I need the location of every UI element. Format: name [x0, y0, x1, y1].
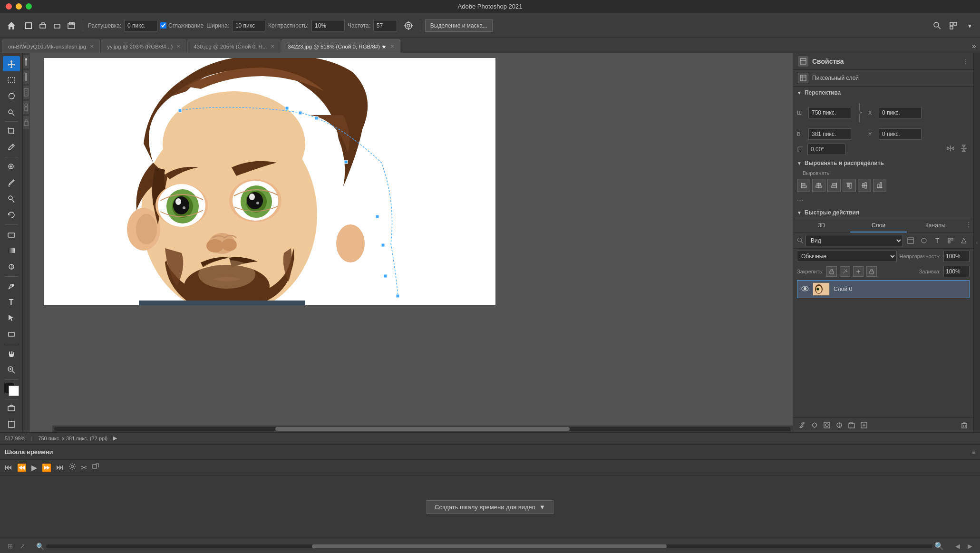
flip-v-button[interactable]: [958, 145, 970, 154]
tab-0[interactable]: on-BfWDyQ10uMk-unsplash.jpg ✕: [2, 39, 100, 53]
shape-tool[interactable]: [3, 327, 20, 342]
timeline-prev-frame[interactable]: ⏪: [17, 463, 27, 472]
lock-transparent-btn[interactable]: [826, 266, 837, 277]
dodge-burn-tool[interactable]: [3, 259, 20, 274]
scrollbar-thumb-h[interactable]: [275, 427, 570, 431]
layers-filter-btn-4[interactable]: [945, 235, 956, 246]
tab-1-close[interactable]: ✕: [176, 44, 180, 49]
right-panel-collapse-handle[interactable]: ‹: [973, 53, 980, 432]
perspective-section-header[interactable]: ▼ Перспектива: [793, 87, 973, 99]
timeline-menu-button[interactable]: ≡: [972, 449, 975, 456]
timeline-play[interactable]: ▶: [31, 463, 37, 472]
gradient-tool[interactable]: [3, 243, 20, 258]
mid-tool-1[interactable]: [23, 55, 29, 68]
layers-filter-btn-1[interactable]: [905, 235, 916, 246]
eyedropper-tool[interactable]: [3, 140, 20, 155]
layer-item-0[interactable]: Слой 0: [797, 280, 970, 298]
width-value-input[interactable]: [808, 107, 851, 118]
blend-mode-select[interactable]: Обычные: [797, 251, 897, 262]
clone-tool[interactable]: [3, 192, 20, 207]
angle-input[interactable]: [807, 144, 845, 155]
align-right-button[interactable]: [827, 179, 841, 192]
height-value-input[interactable]: [808, 128, 851, 140]
quick-mask-tool[interactable]: [3, 401, 20, 416]
timeline-last-frame[interactable]: ⏭: [56, 463, 64, 472]
more-options-button[interactable]: ···: [793, 194, 973, 206]
lasso-tool[interactable]: [3, 88, 20, 104]
tab-0-close[interactable]: ✕: [90, 44, 94, 49]
bottom-nav-left[interactable]: ◀: [952, 541, 963, 552]
artboard-tool[interactable]: [3, 417, 20, 432]
layer-link-btn[interactable]: [797, 420, 807, 430]
layers-filter-btn-3[interactable]: T: [931, 235, 943, 246]
maximize-button[interactable]: [26, 3, 32, 10]
zoom-tool[interactable]: [3, 362, 20, 378]
layer-effects-btn[interactable]: [809, 420, 820, 430]
heal-tool[interactable]: [3, 159, 20, 175]
quick-select-tool[interactable]: [3, 105, 20, 120]
chevron-down-icon[interactable]: ▾: [963, 19, 976, 32]
crop-tool[interactable]: [3, 124, 20, 139]
mid-tool-4[interactable]: [23, 101, 29, 114]
move-tool[interactable]: [3, 56, 20, 71]
tab-1[interactable]: yy.jpg @ 203% (RGB/8#...) ✕: [101, 39, 186, 53]
tab-2[interactable]: 430.jpg @ 205% (Слой 0, R... ✕: [187, 39, 281, 53]
adjustment-layer-btn[interactable]: [834, 420, 844, 430]
path-select-tool[interactable]: [3, 310, 20, 326]
fill-input[interactable]: [943, 266, 970, 277]
tab-channels[interactable]: Каналы: [907, 219, 964, 233]
y-value-input[interactable]: [879, 128, 922, 140]
align-center-h-button[interactable]: [812, 179, 825, 192]
search-icon[interactable]: [931, 19, 944, 32]
tool-icon-1[interactable]: [22, 19, 35, 32]
tool-icon-3[interactable]: [50, 19, 64, 32]
foreground-background-color[interactable]: [3, 382, 20, 397]
target-icon[interactable]: [402, 19, 415, 32]
minimize-button[interactable]: [16, 3, 22, 10]
canvas[interactable]: [44, 58, 495, 305]
create-timeline-button[interactable]: Создать шкалу времени для видео ▼: [427, 500, 553, 514]
timeline-settings[interactable]: [68, 463, 76, 472]
tab-3[interactable]: 34223.jpg @ 518% (Слой 0, RGB/8#) ★ ✕: [281, 39, 400, 53]
eraser-tool[interactable]: [3, 227, 20, 242]
contrast-input[interactable]: [311, 20, 345, 31]
align-left-button[interactable]: [797, 179, 810, 192]
close-button[interactable]: [6, 3, 12, 10]
zoom-slider-track[interactable]: [46, 544, 932, 548]
mask-button[interactable]: Выделение и маска...: [425, 19, 493, 32]
antialias-checkbox[interactable]: [160, 22, 166, 29]
layers-kind-filter[interactable]: Вид: [805, 235, 903, 246]
zoom-in-icon[interactable]: 🔍: [934, 542, 944, 551]
properties-collapse-button[interactable]: ⋮: [963, 58, 969, 65]
brush-tool[interactable]: [3, 175, 20, 191]
view-icon[interactable]: [947, 19, 960, 32]
width-input[interactable]: [232, 20, 265, 31]
history-brush-tool[interactable]: [3, 208, 20, 223]
link-proportions-icon[interactable]: [855, 101, 864, 125]
home-button[interactable]: [4, 18, 19, 33]
bottom-arrow-btn[interactable]: ↗: [17, 541, 28, 552]
hand-tool[interactable]: [3, 346, 20, 361]
layer-mask-btn[interactable]: [822, 420, 832, 430]
align-top-button[interactable]: [843, 179, 856, 192]
tabs-overflow-button[interactable]: »: [968, 39, 980, 53]
pen-tool[interactable]: [3, 279, 20, 294]
tool-icon-4[interactable]: [65, 19, 78, 32]
background-color[interactable]: [9, 386, 19, 396]
delete-layer-btn[interactable]: [959, 420, 970, 430]
frequency-input[interactable]: [373, 20, 397, 31]
lock-all-btn[interactable]: [866, 266, 877, 277]
tab-3d[interactable]: 3D: [793, 219, 850, 233]
layers-panel-options[interactable]: ⋮: [964, 219, 973, 233]
tab-layers[interactable]: Слои: [850, 219, 907, 233]
bottom-nav-right[interactable]: ▶: [965, 541, 975, 552]
timeline-first-frame[interactable]: ⏮: [5, 463, 12, 472]
tab-2-close[interactable]: ✕: [271, 44, 274, 49]
opacity-input[interactable]: [943, 251, 970, 262]
quick-actions-header[interactable]: ▼ Быстрые действия: [793, 206, 973, 219]
tool-icon-2[interactable]: [36, 19, 49, 32]
lock-position-btn[interactable]: [853, 266, 864, 277]
mid-tool-5[interactable]: [23, 116, 29, 129]
mid-tool-3[interactable]: [23, 86, 29, 99]
timeline-next-frame[interactable]: ⏩: [42, 463, 51, 472]
